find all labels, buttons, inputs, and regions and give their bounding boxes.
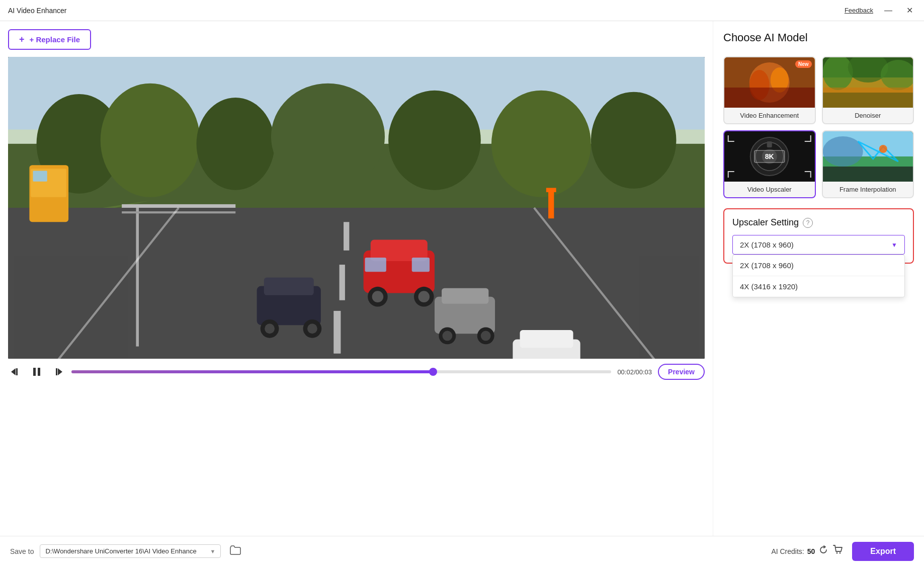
progress-thumb[interactable]: [429, 368, 437, 376]
svg-point-85: [836, 552, 838, 554]
app-title: AI Video Enhancer: [8, 7, 67, 15]
pause-button[interactable]: [29, 364, 44, 379]
choose-model-title: Choose AI Model: [723, 31, 914, 44]
svg-rect-53: [546, 188, 556, 192]
svg-rect-20: [122, 211, 235, 213]
svg-point-34: [307, 324, 317, 334]
svg-point-84: [879, 145, 887, 153]
model-card-video-upscaler[interactable]: 8K Video Upscaler: [723, 130, 816, 198]
svg-rect-57: [38, 368, 40, 376]
upscaler-setting-box: Upscaler Setting ? 2X (1708 x 960) ▼ 2X …: [723, 208, 914, 264]
svg-rect-59: [56, 368, 57, 375]
bottom-right: AI Credits: 50 Export: [771, 542, 914, 561]
svg-rect-55: [16, 368, 18, 375]
model-grid: New Video Enhancement Denoiser: [723, 56, 914, 198]
model-label-denoiser: Denoiser: [823, 108, 913, 123]
preview-button[interactable]: Preview: [658, 364, 705, 380]
video-controls: 00:02/00:03 Preview: [8, 359, 705, 385]
svg-marker-58: [58, 368, 62, 375]
model-card-frame-interpolation[interactable]: Frame Interpolation: [822, 130, 914, 198]
dropdown-item-2x[interactable]: 2X (1708 x 960): [733, 255, 904, 276]
svg-point-82: [823, 136, 863, 167]
model-card-denoiser[interactable]: Denoiser: [822, 56, 914, 124]
ai-credits-count: 50: [807, 547, 815, 555]
save-to-label: Save to: [10, 547, 34, 555]
dropdown-selected-value: 2X (1708 x 960): [740, 240, 794, 249]
model-thumbnail-upscaler: 8K: [724, 131, 815, 182]
ai-credits-label: AI Credits:: [771, 547, 804, 555]
save-path-text: D:\Wondershare UniConverter 16\AI Video …: [45, 547, 206, 555]
svg-rect-49: [33, 171, 47, 182]
svg-point-26: [418, 291, 430, 302]
minimize-button[interactable]: —: [881, 6, 895, 16]
left-panel: + + Replace File: [0, 21, 713, 536]
title-bar: AI Video Enhancer Feedback — ✕: [0, 0, 924, 21]
video-player: [8, 57, 705, 359]
progress-fill: [71, 370, 433, 373]
feedback-link[interactable]: Feedback: [845, 7, 873, 14]
svg-rect-64: [724, 88, 815, 108]
svg-point-6: [271, 84, 385, 190]
cart-icon: [833, 545, 843, 555]
close-button[interactable]: ✕: [903, 6, 916, 16]
svg-rect-42: [520, 330, 573, 348]
video-scene: [8, 57, 705, 359]
step-back-button[interactable]: [8, 364, 23, 379]
upscaler-dropdown-selected[interactable]: 2X (1708 x 960) ▼: [732, 235, 905, 255]
cart-button[interactable]: [832, 544, 844, 558]
step-forward-button[interactable]: [50, 364, 65, 379]
new-badge: New: [795, 60, 812, 68]
chevron-down-icon: ▼: [891, 241, 897, 249]
model-card-video-enhancement[interactable]: New Video Enhancement: [723, 56, 816, 124]
svg-point-32: [265, 324, 275, 334]
save-path-selector[interactable]: D:\Wondershare UniConverter 16\AI Video …: [40, 544, 221, 558]
bottom-bar: Save to D:\Wondershare UniConverter 16\A…: [0, 536, 924, 566]
svg-rect-70: [823, 88, 913, 108]
replace-file-label: + Replace File: [29, 35, 80, 44]
model-label-enhancement: Video Enhancement: [724, 108, 815, 123]
svg-rect-56: [33, 368, 36, 376]
upscaler-setting-title: Upscaler Setting ?: [732, 217, 905, 228]
svg-rect-52: [548, 190, 554, 219]
video-frame: [8, 57, 705, 359]
svg-rect-27: [365, 258, 386, 272]
svg-rect-76: [767, 141, 772, 147]
svg-rect-36: [442, 288, 488, 304]
svg-rect-81: [823, 167, 913, 182]
progress-bar[interactable]: [71, 370, 611, 373]
svg-rect-16: [333, 311, 341, 354]
svg-point-5: [197, 98, 275, 190]
svg-point-24: [372, 291, 384, 302]
main-layout: + + Replace File: [0, 21, 924, 536]
model-thumbnail-enhancement: New: [724, 57, 815, 108]
export-button[interactable]: Export: [852, 542, 914, 561]
title-bar-controls: Feedback — ✕: [845, 6, 916, 16]
upscaler-dropdown-list: 2X (1708 x 960) 4X (3416 x 1920): [732, 255, 905, 297]
svg-text:8K: 8K: [765, 152, 774, 160]
dropdown-item-4x[interactable]: 4X (3416 x 1920): [733, 276, 904, 297]
svg-rect-28: [412, 258, 430, 272]
svg-rect-14: [344, 222, 349, 251]
open-folder-button[interactable]: [227, 544, 244, 558]
pause-icon: [31, 366, 42, 377]
model-label-upscaler: Video Upscaler: [724, 182, 815, 197]
refresh-credits-button[interactable]: [818, 544, 829, 558]
denoiser-thumb-svg: [823, 57, 913, 108]
svg-point-9: [591, 92, 677, 189]
interpolation-thumb-svg: [823, 131, 913, 182]
model-label-interpolation: Frame Interpolation: [823, 182, 913, 197]
help-icon[interactable]: ?: [803, 218, 813, 228]
step-back-icon: [10, 366, 21, 377]
svg-point-7: [388, 91, 481, 190]
chevron-down-path-icon: ▼: [210, 548, 216, 554]
svg-point-4: [101, 84, 200, 197]
svg-marker-13: [8, 208, 705, 359]
svg-point-38: [443, 331, 453, 341]
svg-point-40: [481, 331, 491, 341]
svg-point-86: [839, 552, 841, 554]
step-forward-icon: [52, 366, 63, 377]
svg-rect-30: [264, 278, 314, 295]
ai-credits: AI Credits: 50: [771, 544, 844, 558]
right-panel: Choose AI Model New Video Enhancement: [713, 21, 924, 536]
replace-file-button[interactable]: + + Replace File: [8, 29, 91, 50]
